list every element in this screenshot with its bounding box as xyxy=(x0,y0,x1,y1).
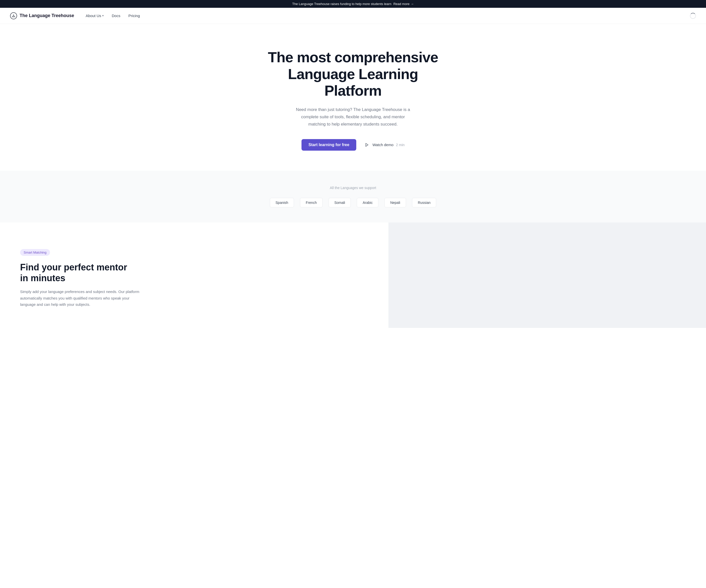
loading-icon xyxy=(690,13,696,19)
announcement-link[interactable]: Read more → xyxy=(393,2,414,6)
navbar-right xyxy=(690,13,696,19)
announcement-bar: The Language Treehouse raises funding to… xyxy=(0,0,706,8)
feature-section: Smart Matching Find your perfect mentor … xyxy=(0,222,706,328)
feature-title: Find your perfect mentor in minutes xyxy=(20,262,374,284)
feature-description: Simply add your language preferences and… xyxy=(20,289,141,308)
nav-about-us[interactable]: About Us ▾ xyxy=(82,11,107,20)
hero-subtitle: Need more than just tutoring? The Langua… xyxy=(293,106,413,128)
language-french[interactable]: French xyxy=(300,198,323,207)
svg-marker-2 xyxy=(366,143,368,146)
navbar: The Language Treehouse About Us ▾ Docs P… xyxy=(0,8,706,24)
feature-badge: Smart Matching xyxy=(20,249,50,256)
watch-demo-label: Watch demo xyxy=(372,142,393,147)
hero-title: The most comprehensive Language Learning… xyxy=(265,49,441,99)
nav-links: About Us ▾ Docs Pricing xyxy=(82,11,144,20)
watch-demo-button[interactable]: Watch demo 2 min xyxy=(363,141,404,148)
language-russian[interactable]: Russian xyxy=(412,198,436,207)
feature-image xyxy=(388,222,706,328)
language-somali[interactable]: Somali xyxy=(329,198,351,207)
languages-label: All the Languages we support xyxy=(10,186,696,190)
nav-docs[interactable]: Docs xyxy=(108,11,124,20)
brand-name: The Language Treehouse xyxy=(19,13,74,18)
languages-section: All the Languages we support Spanish Fre… xyxy=(0,171,706,222)
brand-logo[interactable]: The Language Treehouse xyxy=(10,12,74,19)
language-spanish[interactable]: Spanish xyxy=(270,198,294,207)
nav-pricing[interactable]: Pricing xyxy=(125,11,144,20)
language-arabic[interactable]: Arabic xyxy=(357,198,378,207)
play-icon xyxy=(363,141,370,148)
hero-section: The most comprehensive Language Learning… xyxy=(0,24,706,171)
languages-list: Spanish French Somali Arabic Nepali Russ… xyxy=(10,198,696,207)
cta-button[interactable]: Start learning for free xyxy=(302,139,356,151)
language-nepali[interactable]: Nepali xyxy=(384,198,406,207)
chevron-down-icon: ▾ xyxy=(102,14,104,17)
hero-actions: Start learning for free Watch demo 2 min xyxy=(302,139,405,151)
demo-duration: 2 min xyxy=(396,143,404,147)
brand-icon xyxy=(10,12,17,19)
feature-content: Smart Matching Find your perfect mentor … xyxy=(0,222,388,328)
navbar-left: The Language Treehouse About Us ▾ Docs P… xyxy=(10,11,144,20)
announcement-text: The Language Treehouse raises funding to… xyxy=(292,2,391,6)
